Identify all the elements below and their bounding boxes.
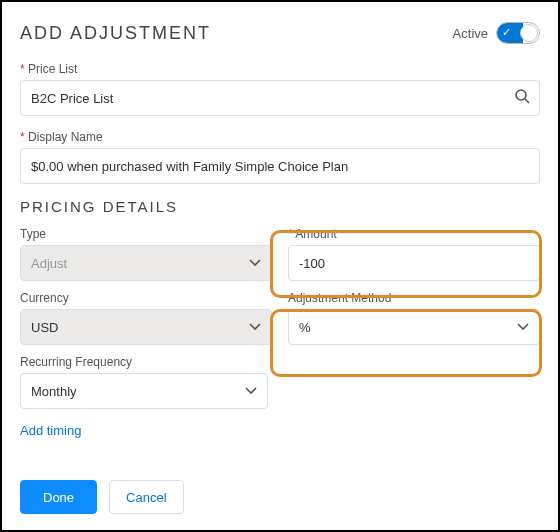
chevron-down-icon — [245, 387, 257, 395]
pricing-details-heading: PRICING DETAILS — [20, 198, 540, 215]
active-label: Active — [453, 26, 488, 41]
display-name-label: Display Name — [20, 130, 540, 144]
display-name-input[interactable] — [20, 148, 540, 184]
cancel-button[interactable]: Cancel — [109, 480, 183, 514]
price-list-input[interactable] — [20, 80, 540, 116]
type-label: Type — [20, 227, 272, 241]
active-toggle[interactable]: ✓ — [496, 22, 540, 44]
highlight-method — [270, 309, 542, 377]
currency-label: Currency — [20, 291, 272, 305]
done-button[interactable]: Done — [20, 480, 97, 514]
price-list-label: Price List — [20, 62, 540, 76]
check-icon: ✓ — [502, 27, 511, 38]
recurring-select[interactable]: Monthly — [20, 373, 268, 409]
page-title: ADD ADJUSTMENT — [20, 23, 211, 44]
recurring-value: Monthly — [31, 384, 77, 399]
chevron-down-icon — [249, 259, 261, 267]
currency-select[interactable]: USD — [20, 309, 272, 345]
search-icon[interactable] — [514, 88, 530, 108]
svg-point-0 — [516, 90, 526, 100]
type-value: Adjust — [31, 256, 67, 271]
svg-line-1 — [525, 99, 529, 103]
currency-value: USD — [31, 320, 58, 335]
add-timing-link[interactable]: Add timing — [20, 423, 540, 438]
chevron-down-icon — [249, 323, 261, 331]
type-select[interactable]: Adjust — [20, 245, 272, 281]
highlight-amount — [270, 230, 542, 298]
